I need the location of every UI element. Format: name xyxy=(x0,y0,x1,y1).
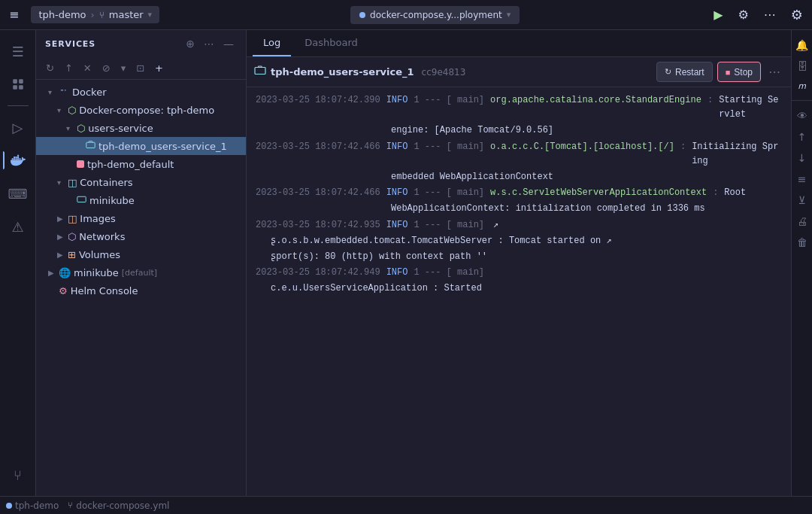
more-options-icon[interactable]: ⋯ xyxy=(761,5,779,25)
status-bar: tph-demo ⑂ docker-compose.yml xyxy=(0,496,812,514)
file-tab[interactable]: docker-compose.y...ployment ▾ xyxy=(350,6,520,24)
tree-item-compose[interactable]: ▾ ⬡ Docker-compose: tph-demo xyxy=(36,101,246,119)
tree-item-users-service[interactable]: ▾ ⬡ users-service xyxy=(36,119,246,137)
right-bar: 🔔 🗄 m 👁 ↑ ↓ ≡ ⊻ 🖨 🗑 xyxy=(791,30,812,496)
minikube-node-label: minikube xyxy=(74,267,119,278)
tree-item-helm[interactable]: ⚙ Helm Console xyxy=(36,281,246,300)
right-bell-icon[interactable]: 🔔 xyxy=(792,36,811,54)
tree-item-minikube-node[interactable]: ▶ 🌐 minikube [default] xyxy=(36,263,246,281)
svg-rect-1 xyxy=(19,79,23,84)
play-icon[interactable]: ▶ xyxy=(710,5,726,25)
filter-dropdown-icon[interactable]: ▾ xyxy=(117,60,130,76)
compose-chevron-icon: ▾ xyxy=(57,106,68,114)
right-print-icon[interactable]: 🖨 xyxy=(794,212,810,230)
repo-branch-selector[interactable]: tph-demo › ⑂ master ▾ xyxy=(31,6,159,23)
log-line-4: embedded WebApplicationContext xyxy=(256,170,782,184)
branch-name: master xyxy=(109,9,144,20)
settings-icon[interactable]: ⚙ xyxy=(735,5,752,25)
tree-item-images[interactable]: ▶ ◫ Images xyxy=(36,209,246,227)
refresh-icon[interactable]: ↻ xyxy=(42,60,58,76)
status-file-name: docker-compose.yml xyxy=(76,500,169,511)
right-db-icon[interactable]: 🗄 xyxy=(794,57,810,75)
status-repo[interactable]: tph-demo xyxy=(6,500,59,511)
log-line-2: engine: [Apache Tomcat/9.0.56] xyxy=(256,123,782,138)
container-name: tph-demo_users-service_1 xyxy=(271,66,414,78)
log-line-1: 2023-03-25 18:07:42.390 INFO 1 --- [ mai… xyxy=(256,93,782,122)
docker-chevron-icon: ▾ xyxy=(48,88,59,96)
right-eye-icon[interactable]: 👁 xyxy=(794,107,810,125)
containers-label: Containers xyxy=(80,177,132,188)
right-up-icon[interactable]: ↑ xyxy=(795,128,810,146)
minikube-node-chevron-icon: ▶ xyxy=(48,269,59,277)
tab-dashboard[interactable]: Dashboard xyxy=(294,30,368,56)
activity-explorer-icon[interactable] xyxy=(3,69,33,99)
networks-chevron-icon: ▶ xyxy=(57,233,68,241)
gear-icon[interactable]: ⚙ xyxy=(788,4,806,26)
tree-item-container-1[interactable]: tph-demo_users-service_1 xyxy=(36,137,246,155)
minikube-node-icon: 🌐 xyxy=(59,267,71,278)
networks-label: Networks xyxy=(79,231,125,242)
right-list-icon[interactable]: ≡ xyxy=(795,170,810,188)
tree-item-docker[interactable]: ▾ Docker xyxy=(36,83,246,101)
container-badge: tph-demo_users-service_1 cc9e4813 xyxy=(254,65,465,79)
container-1-icon xyxy=(86,140,95,152)
log-line-10: 2023-03-25 18:07:42.949 INFO 1 --- [ mai… xyxy=(256,266,782,280)
svg-rect-4 xyxy=(86,142,95,148)
menu-icon[interactable]: ≡ xyxy=(6,5,22,25)
activity-git-icon[interactable]: ⑂ xyxy=(3,460,33,490)
tab-log[interactable]: Log xyxy=(253,30,291,56)
sidebar: Services ⊕ ⋯ — ↻ ↑ ✕ ⊘ ▾ ⊡ + ▾ Docker xyxy=(36,30,247,496)
log-line-3: 2023-03-25 18:07:42.466 INFO 1 --- [ mai… xyxy=(256,140,782,169)
log-content[interactable]: 2023-03-25 18:07:42.390 INFO 1 --- [ mai… xyxy=(247,87,791,496)
right-cursor-icon[interactable]: m xyxy=(795,78,809,94)
branch-icon: ⑂ xyxy=(99,10,105,20)
activity-run-icon[interactable]: ▷ xyxy=(3,112,33,142)
svg-rect-6 xyxy=(255,68,265,75)
minikube-suffix: [default] xyxy=(122,268,157,278)
sidebar-title: Services xyxy=(45,39,95,49)
tree-item-volumes[interactable]: ▶ ⊞ Volumes xyxy=(36,245,246,263)
title-bar-center: docker-compose.y...ployment ▾ xyxy=(159,6,710,24)
filter-icon[interactable]: ⊘ xyxy=(98,60,114,76)
right-sort-icon[interactable]: ⊻ xyxy=(795,191,808,209)
log-toolbar: tph-demo_users-service_1 cc9e4813 ↻ Rest… xyxy=(247,57,791,87)
stop-icon: ■ xyxy=(726,68,731,77)
right-trash-icon[interactable]: 🗑 xyxy=(794,233,810,251)
log-more-button[interactable]: ⋯ xyxy=(765,62,783,82)
main-content: Log Dashboard tph-demo_users-service_1 c… xyxy=(247,30,791,496)
add-service-icon[interactable]: + xyxy=(151,60,167,76)
sidebar-more-icon[interactable]: ⋯ xyxy=(201,36,217,51)
default-network-status-icon xyxy=(77,160,84,168)
stop-button[interactable]: ■ Stop xyxy=(717,62,761,82)
activity-alert-icon[interactable]: ⚠ xyxy=(3,211,33,242)
containers-chevron-icon: ▾ xyxy=(57,178,68,187)
activity-docker-icon[interactable] xyxy=(3,145,33,175)
log-line-7: 2023-03-25 18:07:42.935 INFO 1 --- [ mai… xyxy=(256,218,782,233)
tree-item-networks[interactable]: ▶ ⬡ Networks xyxy=(36,227,246,245)
helm-label: Helm Console xyxy=(71,285,138,297)
status-file[interactable]: ⑂ docker-compose.yml xyxy=(68,500,169,511)
sidebar-add-icon[interactable]: ⊕ xyxy=(183,36,198,51)
tree-item-containers[interactable]: ▾ ◫ Containers xyxy=(36,173,246,191)
container-id: cc9e4813 xyxy=(422,67,466,78)
activity-menu-icon[interactable]: ☰ xyxy=(3,36,33,66)
collapse-all-icon[interactable]: ↑ xyxy=(61,60,77,76)
log-line-8: ʂ.o.s.b.w.embedded.tomcat.TomcatWebServe… xyxy=(256,234,782,248)
compose-label: Docker-compose: tph-demo xyxy=(79,105,214,116)
sidebar-collapse-icon[interactable]: — xyxy=(220,36,237,51)
log-panel: Log Dashboard tph-demo_users-service_1 c… xyxy=(247,30,791,496)
tree-item-default-network[interactable]: tph-demo_default xyxy=(36,155,246,173)
images-tree-icon: ◫ xyxy=(68,213,77,224)
tree-item-minikube-container[interactable]: minikube xyxy=(36,191,246,209)
add-container-icon[interactable]: ⊡ xyxy=(132,60,148,76)
images-chevron-icon: ▶ xyxy=(57,214,68,223)
docker-label: Docker xyxy=(72,87,107,98)
sidebar-toolbar: ↻ ↑ ✕ ⊘ ▾ ⊡ + xyxy=(36,57,246,80)
activity-terminal-icon[interactable]: ⌨ xyxy=(3,178,33,208)
close-icon[interactable]: ✕ xyxy=(80,60,95,76)
users-service-label: users-service xyxy=(88,123,153,134)
right-down-icon[interactable]: ↓ xyxy=(795,149,810,167)
restart-button[interactable]: ↻ Restart xyxy=(656,62,713,82)
activity-divider xyxy=(8,105,29,106)
container-1-label: tph-demo_users-service_1 xyxy=(98,141,227,152)
